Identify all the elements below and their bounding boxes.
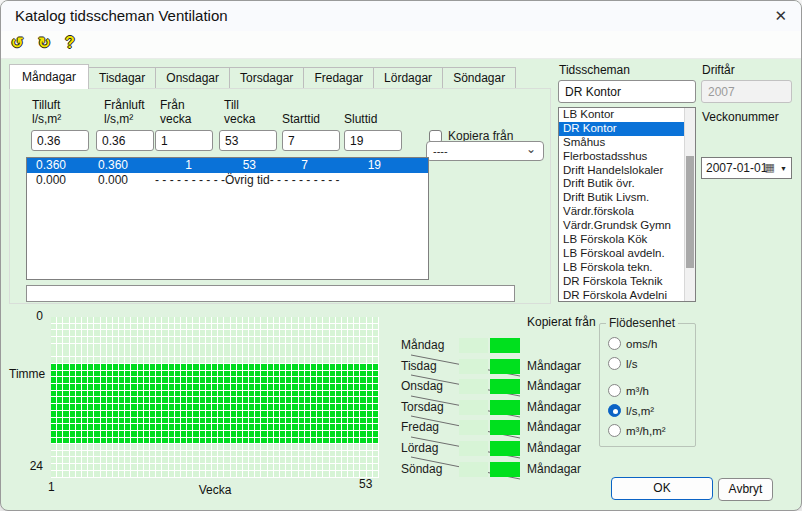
calendar-icon: ▦ [765, 161, 775, 174]
day-bar-off [459, 338, 488, 353]
day-label-torsdag: Torsdag [401, 400, 444, 415]
column-header-fran-vecka: Från vecka [160, 98, 191, 126]
help-icon[interactable]: ? [65, 34, 75, 52]
radio-label: l/s,m² [626, 405, 654, 417]
list-item[interactable]: LB Förskola tekn. [559, 261, 695, 275]
ok-button[interactable]: OK [611, 477, 713, 500]
copied-from-value: Måndagar [527, 359, 581, 374]
list-item[interactable]: LB Förskoal avdeln. [559, 247, 695, 261]
list-item[interactable]: DR Förskola Teknik [559, 275, 695, 289]
comment-field[interactable] [26, 285, 515, 302]
list-item-selected[interactable]: DR Kontor [559, 122, 695, 136]
column-header-starttid: Starttid [282, 112, 320, 126]
list-item[interactable]: Drift Butik övr. [559, 177, 695, 191]
close-icon[interactable]: ✕ [774, 6, 787, 26]
tab-onsdagar[interactable]: Onsdagar [155, 67, 230, 89]
radio-icon[interactable] [608, 357, 621, 370]
day-bar-on [490, 441, 520, 456]
franluft-input[interactable] [96, 130, 154, 151]
column-header-sluttid: Sluttid [344, 112, 377, 126]
day-bar-on [490, 379, 520, 394]
day-label-mandag: Måndag [401, 338, 444, 353]
tab-mandagar[interactable]: Måndagar [9, 64, 89, 89]
radio-oms-h[interactable]: oms/h [608, 337, 657, 350]
copied-from-panel: Kopierat från Måndag Tisdag Måndagar Ons… [399, 313, 599, 488]
radio-icon[interactable] [608, 384, 621, 397]
week-hour-heatmap[interactable] [51, 317, 379, 478]
day-bar-on [490, 400, 520, 415]
cancel-button[interactable]: Avbryt [718, 478, 773, 501]
radio-icon-selected[interactable] [608, 404, 621, 417]
hour-axis-top: 0 [29, 309, 43, 323]
copied-from-value: Måndagar [527, 441, 581, 456]
tab-fredagar[interactable]: Fredagar [303, 67, 374, 89]
cell-fran-vecka: 1 [152, 158, 192, 173]
tab-torsdagar[interactable]: Torsdagar [229, 67, 304, 89]
list-item[interactable]: Småhus [559, 136, 695, 150]
till-vecka-input[interactable] [219, 130, 277, 151]
cell-starttid: 7 [268, 158, 308, 173]
heatmap-off-band-late[interactable] [51, 444, 379, 478]
schedule-rows-list[interactable]: 0.360 0.360 1 53 7 19 0.000 0.000 - - - … [26, 157, 429, 280]
copied-from-header: Kopierat från [527, 315, 596, 329]
column-header-franluft: Frånluft l/s,m² [104, 98, 145, 126]
list-item[interactable]: Drift Butik Livsm. [559, 191, 695, 205]
day-tabs: Måndagar Tisdagar Onsdagar Torsdagar Fre… [9, 67, 516, 89]
copied-from-value: Måndagar [527, 462, 581, 477]
cell-ovrig-tid-note: - - - - - - - - - -Övrig tid- - - - - - … [155, 173, 340, 188]
heatmap-off-band-early[interactable] [51, 317, 379, 364]
cell-tilluft: 0.000 [36, 173, 66, 188]
list-item[interactable]: LB Kontor [559, 108, 695, 122]
schedule-row-ovrig-tid[interactable]: 0.000 0.000 - - - - - - - - - -Övrig tid… [27, 173, 428, 188]
copied-from-value: Måndagar [527, 379, 581, 394]
cell-franluft: 0.000 [98, 173, 128, 188]
radio-l-s[interactable]: l/s [608, 357, 638, 370]
hour-axis-bottom: 24 [23, 459, 43, 473]
list-item[interactable]: DR Förskola Avdelni [559, 289, 695, 302]
radio-m3-h-m2[interactable]: m³/h,m² [608, 424, 666, 437]
radio-label: m³/h [626, 385, 649, 397]
schedule-listbox[interactable]: LB Kontor DR Kontor Småhus Flerbostadssh… [558, 107, 696, 302]
tab-sondagar[interactable]: Söndagar [442, 67, 516, 89]
kopiera-fran-dropdown[interactable]: ---- ⌄ [426, 141, 544, 161]
redo-icon[interactable]: ↻ [38, 34, 51, 52]
day-label-lordag: Lördag [401, 441, 438, 456]
radio-l-s-m2[interactable]: l/s,m² [608, 404, 654, 417]
cell-sluttid: 19 [341, 158, 381, 173]
tab-tisdagar[interactable]: Tisdagar [88, 67, 156, 89]
toolbar: ↺ ↻ ? [1, 31, 801, 59]
date-value: 2007-01-01 [706, 161, 767, 175]
schedule-name-input[interactable] [558, 80, 696, 103]
day-bar-on [490, 338, 520, 353]
day-label-sondag: Söndag [401, 462, 442, 477]
day-bar-off [459, 379, 488, 394]
radio-icon[interactable] [608, 424, 621, 437]
list-item[interactable]: Värdr.Grundsk Gymn [559, 219, 695, 233]
day-bar-off [459, 441, 488, 456]
radio-m3-h[interactable]: m³/h [608, 384, 649, 397]
heatmap-on-band[interactable] [51, 364, 379, 444]
day-bar-off [459, 359, 488, 374]
undo-icon[interactable]: ↺ [11, 34, 24, 52]
tab-lordagar[interactable]: Lördagar [373, 67, 443, 89]
tilluft-input[interactable] [31, 130, 89, 151]
sluttid-input[interactable] [344, 130, 402, 151]
tidsscheman-label: Tidsscheman [559, 63, 630, 77]
day-bar-off [459, 462, 488, 477]
scrollbar[interactable] [684, 108, 695, 301]
cell-till-vecka: 53 [216, 158, 256, 173]
list-item[interactable]: Flerbostadsshus [559, 150, 695, 164]
driftar-label: Driftår [702, 63, 735, 77]
list-item[interactable]: LB Förskola Kök [559, 233, 695, 247]
list-item[interactable]: Drift Handelslokaler [559, 164, 695, 178]
veckonummer-date-picker[interactable]: 2007-01-01 ▦ ▼ [701, 157, 792, 179]
radio-icon[interactable] [608, 337, 621, 350]
schedule-row-selected[interactable]: 0.360 0.360 1 53 7 19 [27, 158, 428, 173]
list-item[interactable]: Värdr.förskola [559, 205, 695, 219]
fran-vecka-input[interactable] [155, 130, 213, 151]
day-bar-off [459, 400, 488, 415]
starttid-input[interactable] [282, 130, 340, 151]
copied-from-value: Måndagar [527, 420, 581, 435]
scrollbar-thumb[interactable] [686, 156, 694, 268]
radio-label: oms/h [626, 338, 657, 350]
